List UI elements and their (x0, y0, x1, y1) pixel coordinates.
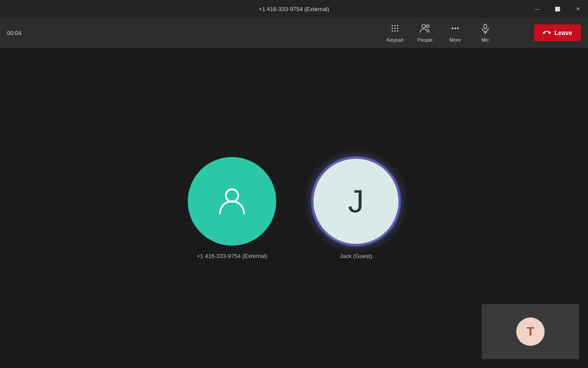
maximize-icon (555, 6, 560, 12)
svg-point-5 (397, 27, 398, 29)
more-label: More (449, 37, 460, 43)
svg-point-10 (426, 25, 429, 27)
svg-point-0 (392, 25, 393, 26)
svg-rect-14 (484, 24, 487, 29)
call-timer: 00:04 (7, 30, 22, 36)
keypad-label: Keypad (387, 37, 403, 43)
participant-external: +1 416-333-9754 (External) (188, 157, 276, 259)
self-view: T (482, 304, 579, 359)
people-icon (420, 23, 430, 35)
svg-point-6 (392, 30, 393, 31)
more-button[interactable]: More (441, 20, 469, 46)
external-avatar (188, 157, 276, 246)
svg-point-9 (422, 24, 426, 28)
close-icon (576, 6, 580, 12)
svg-point-8 (397, 30, 398, 31)
people-label: People (418, 37, 433, 43)
mic-icon (480, 23, 490, 35)
toolbar-actions: Keypad People Mor (381, 20, 499, 46)
phone-icon (543, 29, 551, 37)
svg-point-1 (395, 25, 396, 26)
title-bar-title: +1 416-333-9754 (External) (259, 6, 329, 12)
toolbar: 00:04 Keypad (0, 18, 588, 48)
mic-button[interactable]: Mic (471, 20, 499, 46)
mic-label: Mic (481, 37, 489, 43)
self-avatar: T (516, 317, 545, 346)
svg-point-7 (395, 30, 396, 31)
title-bar: +1 416-333-9754 (External) (0, 0, 588, 18)
minimize-button[interactable] (527, 0, 547, 18)
close-button[interactable] (568, 0, 588, 18)
svg-point-3 (392, 27, 393, 29)
keypad-icon (390, 23, 400, 35)
people-button[interactable]: People (411, 20, 439, 46)
participant-guest: J Jack (Guest) (312, 157, 400, 259)
guest-initial: J (348, 183, 364, 219)
more-icon (450, 23, 460, 35)
window-controls (527, 0, 588, 18)
self-initial: T (526, 325, 534, 339)
keypad-button[interactable]: Keypad (381, 20, 409, 46)
svg-point-2 (397, 25, 398, 26)
svg-point-13 (457, 27, 459, 29)
guest-name: Jack (Guest) (340, 253, 372, 259)
external-name: +1 416-333-9754 (External) (197, 253, 267, 259)
maximize-button[interactable] (547, 0, 568, 18)
svg-point-17 (226, 189, 238, 202)
svg-point-12 (454, 27, 456, 29)
guest-avatar: J (312, 157, 400, 246)
minimize-icon (535, 6, 540, 12)
leave-button[interactable]: Leave (534, 24, 581, 41)
external-user-icon (212, 181, 252, 221)
svg-point-11 (452, 27, 453, 29)
svg-point-4 (395, 27, 396, 29)
leave-label: Leave (554, 29, 572, 36)
